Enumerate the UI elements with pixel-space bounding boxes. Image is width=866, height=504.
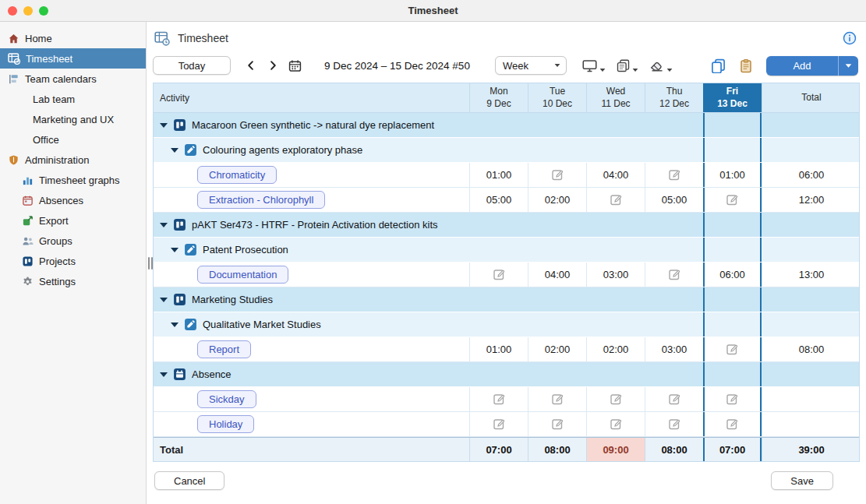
time-cell[interactable]: 02:00 <box>528 337 586 361</box>
group-day-cell <box>586 238 645 262</box>
sidebar-item-label: Team calendars <box>25 73 97 85</box>
group-label-cell: Qualitative Market Studies <box>154 312 469 337</box>
time-cell[interactable]: 02:00 <box>586 337 645 361</box>
collapse-caret-icon[interactable] <box>160 298 168 302</box>
copy-button[interactable] <box>709 56 727 75</box>
activity-pill-chromaticity[interactable]: Chromaticity <box>197 166 277 184</box>
activity-pill-sickday[interactable]: Sickday <box>197 390 256 408</box>
collapse-caret-icon[interactable] <box>160 372 168 377</box>
activity-cell: Extraction - Chlorophyll <box>154 188 469 212</box>
collapse-caret-icon[interactable] <box>171 322 179 327</box>
sidebar-item-absences[interactable]: Absences <box>0 190 146 210</box>
chevron-right-icon <box>267 60 278 71</box>
time-cell[interactable] <box>645 412 703 436</box>
group-day-cell <box>469 138 528 162</box>
next-week-button[interactable] <box>263 56 282 75</box>
date-picker-button[interactable] <box>285 56 304 75</box>
sidebar-item-timesheet[interactable]: Timesheet <box>0 48 146 69</box>
time-cell[interactable]: 05:00 <box>645 188 703 212</box>
sidebar-resize-handle[interactable] <box>148 257 154 270</box>
time-cell[interactable] <box>645 263 703 287</box>
time-cell[interactable] <box>528 412 586 436</box>
clipboard-icon <box>739 58 753 73</box>
activity-pill-report[interactable]: Report <box>197 340 251 358</box>
zoom-window-button[interactable] <box>39 6 48 16</box>
add-button[interactable]: Add <box>766 56 838 76</box>
column-header-tue[interactable]: Tue10 Dec <box>528 83 586 112</box>
view-mode-select[interactable]: Week <box>495 56 567 75</box>
time-cell[interactable]: 04:00 <box>586 163 645 187</box>
sidebar-item-groups[interactable]: Groups <box>0 231 146 251</box>
time-cell[interactable] <box>469 263 528 287</box>
time-cell[interactable] <box>586 412 645 436</box>
minimize-window-button[interactable] <box>23 6 33 16</box>
time-cell[interactable] <box>703 387 762 411</box>
time-cell[interactable]: 04:00 <box>528 263 586 287</box>
add-dropdown-button[interactable] <box>838 56 858 76</box>
time-cell[interactable]: 02:00 <box>528 188 586 212</box>
activity-pill-holiday[interactable]: Holiday <box>197 415 254 433</box>
close-window-button[interactable] <box>8 6 17 16</box>
time-cell[interactable]: 01:00 <box>469 337 528 361</box>
sidebar-item-settings[interactable]: Settings <box>0 271 146 291</box>
column-header-fri[interactable]: Fri13 Dec <box>703 83 762 112</box>
project-icon <box>173 118 186 132</box>
sidebar-item-marketing-and-ux[interactable]: Marketing and UX <box>0 109 146 129</box>
column-header-thu[interactable]: Thu12 Dec <box>645 83 703 112</box>
activity-pill-documentation[interactable]: Documentation <box>197 266 288 284</box>
time-cell[interactable]: 01:00 <box>469 163 528 187</box>
sidebar-item-administration[interactable]: Administration <box>0 150 146 170</box>
previous-week-button[interactable] <box>242 56 260 75</box>
group-day-cell <box>469 287 528 312</box>
sidebar-item-timesheet-graphs[interactable]: Timesheet graphs <box>0 170 146 190</box>
paste-button[interactable] <box>737 56 755 75</box>
time-cell[interactable] <box>528 387 586 411</box>
chevron-down-icon <box>666 68 673 72</box>
column-header-wed[interactable]: Wed11 Dec <box>586 83 645 112</box>
clear-dropdown[interactable] <box>649 56 673 75</box>
time-cell[interactable] <box>645 163 703 187</box>
sidebar-item-office[interactable]: Office <box>0 129 146 150</box>
info-icon[interactable] <box>843 31 857 45</box>
activity-row: Chromaticity01:0004:0001:0006:00 <box>154 163 859 188</box>
cancel-button[interactable]: Cancel <box>154 471 224 490</box>
time-cell[interactable]: 03:00 <box>586 263 645 287</box>
group-day-cell <box>528 312 586 337</box>
time-cell[interactable] <box>703 337 762 361</box>
group-day-cell <box>528 238 586 262</box>
sidebar-item-home[interactable]: Home <box>0 28 146 48</box>
time-cell[interactable] <box>586 387 645 411</box>
time-cell[interactable] <box>469 387 528 411</box>
time-cell[interactable] <box>703 412 762 436</box>
display-options-dropdown[interactable] <box>582 56 606 75</box>
day-total-cell: 08:00 <box>528 438 586 461</box>
sidebar-item-export[interactable]: Export <box>0 210 146 231</box>
time-cell[interactable] <box>645 387 703 411</box>
today-button[interactable]: Today <box>153 56 231 75</box>
monitor-icon <box>582 59 597 72</box>
group-day-cell <box>645 312 703 337</box>
time-cell[interactable]: 05:00 <box>469 188 528 212</box>
column-header-mon[interactable]: Mon9 Dec <box>469 83 528 112</box>
collapse-caret-icon[interactable] <box>160 223 168 227</box>
collapse-caret-icon[interactable] <box>171 248 179 252</box>
collapse-caret-icon[interactable] <box>160 123 168 128</box>
time-cell[interactable] <box>586 188 645 212</box>
time-cell[interactable]: 06:00 <box>703 263 762 287</box>
sidebar-item-lab-team[interactable]: Lab team <box>0 89 146 109</box>
collapse-caret-icon[interactable] <box>171 148 179 153</box>
time-cell[interactable] <box>703 188 762 212</box>
time-cell[interactable]: 01:00 <box>703 163 762 187</box>
time-cell[interactable] <box>469 412 528 436</box>
sidebar-item-team-calendars[interactable]: Team calendars <box>0 69 146 89</box>
copy-week-dropdown[interactable] <box>617 56 638 75</box>
edit-icon <box>551 393 564 406</box>
edit-icon <box>726 418 739 431</box>
sidebar-item-projects[interactable]: Projects <box>0 251 146 271</box>
time-cell[interactable] <box>528 163 586 187</box>
time-cell[interactable]: 03:00 <box>645 337 703 361</box>
activity-pill-extraction-chlorophyll[interactable]: Extraction - Chlorophyll <box>197 191 325 209</box>
day-date: 12 Dec <box>659 98 689 111</box>
group-day-cell <box>469 238 528 262</box>
save-button[interactable]: Save <box>771 471 833 490</box>
